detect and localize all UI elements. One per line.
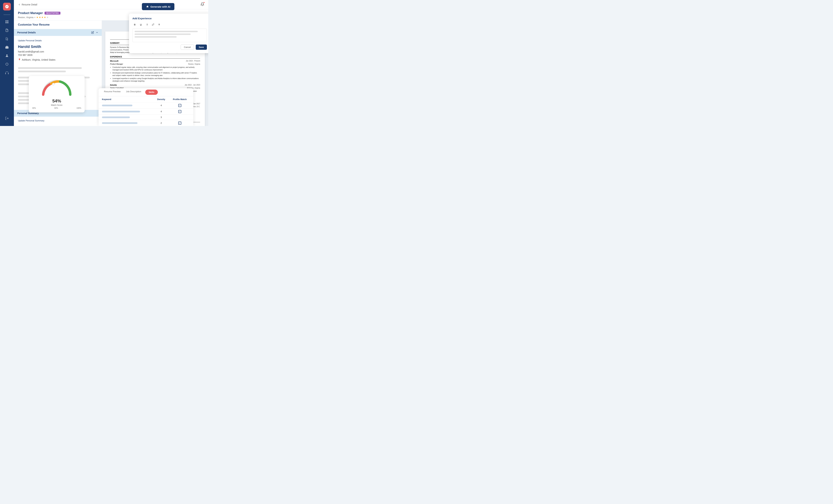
density-cell: 4	[153, 104, 170, 107]
bullet-item: Developed and implemented strategic comm…	[113, 72, 200, 77]
sidebar-divider	[4, 15, 10, 15]
editor-content[interactable]	[133, 29, 207, 42]
editor-skeleton-line	[135, 36, 176, 38]
add-experience-modal: Add Experience B U T Cancel Save	[129, 14, 208, 53]
gauge-chart	[42, 79, 72, 96]
density-cell: 4	[153, 110, 170, 113]
svg-rect-2	[6, 22, 7, 23]
skeleton-line	[18, 67, 82, 69]
profile-match-cell: ✓	[170, 104, 190, 107]
keyword-bar	[102, 122, 138, 124]
tab-resume-preview[interactable]: Resume Preview	[101, 88, 123, 96]
keyword-cell	[102, 105, 153, 106]
table-row: 4 ✓	[98, 102, 193, 109]
sidebar-item-contacts[interactable]	[3, 52, 10, 59]
bullet-item: Conducted regular status calls, ensuring…	[113, 66, 200, 71]
sidebar-item-documents[interactable]	[3, 35, 10, 42]
density-header: Density	[153, 98, 170, 100]
strikethrough-button[interactable]: T	[157, 22, 162, 27]
exp-deloitte-header: Deloitte Jan 2022 - Jan 2023	[110, 83, 200, 87]
density-cell: 2	[153, 122, 170, 124]
sidebar-item-resume[interactable]	[3, 27, 10, 34]
save-button[interactable]: Save	[196, 45, 207, 50]
personal-details-content: Update Personal Details Harold Smith har…	[14, 36, 102, 65]
gauge-100-label: 100%	[76, 107, 81, 109]
table-row: 3	[98, 115, 193, 120]
editor-skeleton-line	[135, 31, 198, 32]
modal-title: Add Experience	[133, 17, 207, 20]
profile-match-cell: ✓	[170, 110, 190, 113]
tab-job-description[interactable]: Job Description	[123, 88, 144, 96]
check-icon: ✓	[178, 110, 181, 113]
sidebar	[0, 0, 14, 126]
resume-experience-title: EXPERIENCE	[110, 55, 200, 59]
exp-location-microsoft: Reston, Virginia	[188, 63, 200, 65]
skills-panel: Resume Preview Job Description Skills Ke…	[98, 88, 193, 126]
page-header: Resume Detail	[14, 0, 208, 9]
cancel-button[interactable]: Cancel	[181, 45, 194, 50]
bold-button[interactable]: B	[133, 22, 137, 27]
person-location: 📍 Ashburn, Virginia, United States	[18, 58, 98, 61]
section-header-icons	[91, 31, 98, 34]
table-row: 4 ✓	[98, 109, 193, 115]
table-row: 2 ✓	[98, 120, 193, 126]
skills-tabs: Resume Preview Job Description Skills	[98, 88, 193, 96]
back-button[interactable]: Resume Detail	[18, 3, 37, 6]
skeleton-section-1	[14, 65, 102, 77]
svg-rect-1	[7, 21, 8, 22]
exp-company-deloitte: Deloitte	[110, 83, 117, 87]
edit-icon[interactable]	[91, 31, 94, 34]
exp-date-microsoft: Jan 2023 - Present	[186, 59, 200, 63]
editor-toolbar: B U T	[133, 22, 207, 27]
person-email: harold.smith@gmail.com	[18, 50, 98, 53]
notification-bell[interactable]	[200, 2, 204, 7]
star-5-empty: ★	[46, 16, 49, 19]
exp-bullets-microsoft: Conducted regular status calls, ensuring…	[113, 66, 200, 82]
separator: •	[34, 16, 35, 19]
person-name: Harold Smith	[18, 45, 98, 49]
exp-date-deloitte: Jan 2022 - Jan 2023	[185, 83, 200, 87]
match-label: Match Score	[32, 104, 81, 106]
update-personal-label: Update Personal Details	[18, 39, 98, 42]
main-area: Resume Detail Product Manager NEGOTIATIN…	[14, 0, 208, 126]
modal-actions: Cancel Save	[133, 45, 207, 50]
status-badge: NEGOTIATING	[45, 12, 61, 15]
personal-details-section-header[interactable]: Personal Details	[14, 29, 102, 36]
update-summary-label: Update Personal Summary	[14, 117, 102, 125]
keyword-cell	[102, 122, 153, 124]
sidebar-item-support[interactable]	[3, 69, 10, 76]
location-text: Reston, Virginia	[18, 16, 33, 19]
list-button[interactable]	[145, 22, 149, 27]
page-title: Resume Detail	[22, 3, 37, 6]
star-3: ★	[41, 16, 44, 19]
location-pin-icon: 📍	[18, 58, 21, 61]
star-4: ★	[44, 16, 46, 19]
app-logo[interactable]	[3, 3, 11, 10]
star-2: ★	[39, 16, 41, 19]
role-title: Product Manager	[18, 11, 43, 15]
link-button[interactable]	[151, 22, 156, 27]
sidebar-item-extensions[interactable]	[3, 61, 10, 68]
sidebar-item-dashboard[interactable]	[3, 18, 10, 25]
sidebar-item-jobs[interactable]	[3, 44, 10, 51]
chevron-up-icon[interactable]	[96, 31, 98, 34]
svg-rect-6	[8, 73, 9, 74]
profile-match-cell: ✓	[170, 121, 190, 125]
exp-role-microsoft: Product Manager	[110, 63, 123, 65]
underline-button[interactable]: U	[139, 22, 143, 27]
svg-point-4	[6, 54, 7, 56]
match-score-card: 54% Match Score 30% 60% 100%	[29, 76, 85, 113]
bullet-item: Leveraged expertise in analytics using G…	[113, 77, 200, 82]
exp-microsoft-role-header: Product Manager Reston, Virginia	[110, 63, 200, 65]
svg-rect-5	[5, 73, 6, 74]
match-percent: 54%	[32, 98, 81, 104]
tab-skills-active[interactable]: Skills	[145, 90, 158, 95]
svg-rect-3	[7, 22, 8, 23]
gauge-60-label: 60%	[54, 107, 58, 109]
keyword-cell	[102, 111, 153, 113]
sidebar-item-logout[interactable]	[3, 115, 10, 122]
exp-microsoft-header: Microsoft Jan 2023 - Present	[110, 59, 200, 63]
keyword-bar	[102, 111, 140, 113]
generate-ai-button[interactable]: Generate with AI	[142, 3, 174, 10]
keyword-header: Keyword	[102, 98, 153, 100]
